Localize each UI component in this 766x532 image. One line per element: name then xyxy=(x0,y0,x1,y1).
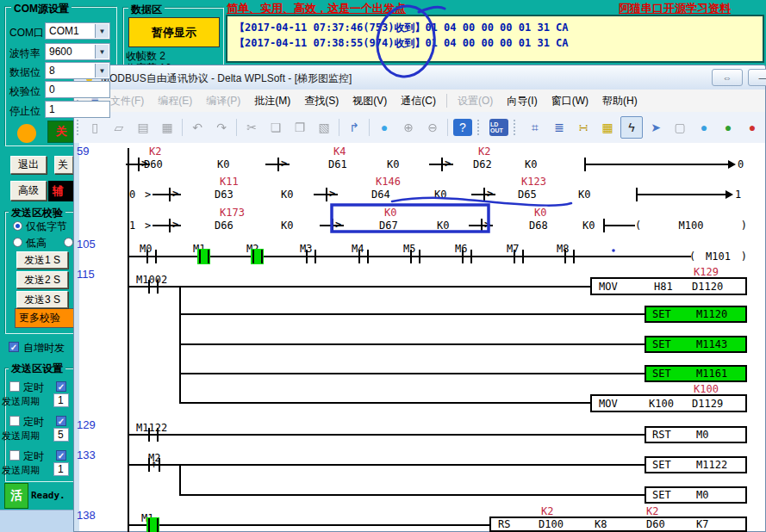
com-field-value[interactable]: 0 xyxy=(45,81,110,98)
com-field-value[interactable]: 1 xyxy=(45,101,110,118)
ladder-view-icon[interactable]: ⌗ xyxy=(524,116,546,139)
save-icon[interactable]: ▤ xyxy=(132,116,154,139)
timer-label: 定时 xyxy=(23,449,44,464)
menu-S[interactable]: 查找(S) xyxy=(297,91,346,111)
data-area-title: 数据区 xyxy=(128,3,165,17)
period-value-input[interactable]: 1 xyxy=(53,462,69,476)
period-value-input[interactable]: 1 xyxy=(53,393,69,407)
send-button-2[interactable]: 发送2 S xyxy=(16,271,68,288)
monitor-window-icon[interactable]: ▢ xyxy=(669,116,691,139)
menu-O[interactable]: 设置(O) xyxy=(451,91,500,111)
auto-inc-label: 自增时发 xyxy=(23,341,65,356)
send-button-1[interactable]: 发送1 S xyxy=(16,251,68,269)
toolbar-drag-handle[interactable] xyxy=(77,120,78,135)
device-monitor-icon-glyph: ● xyxy=(701,121,707,134)
delete-icon[interactable]: ▧ xyxy=(313,116,335,139)
com-field-value[interactable]: COM1▼ xyxy=(45,22,110,40)
paste-icon-glyph: ❐ xyxy=(295,121,306,134)
comment-table-icon[interactable]: ▦ xyxy=(596,116,619,139)
radio-low-high-label: 低高 xyxy=(26,236,47,251)
menu-W[interactable]: 窗口(W) xyxy=(545,91,595,111)
combo-arrow-icon[interactable]: ▼ xyxy=(95,24,109,38)
menu-F[interactable]: 文件(F) xyxy=(103,91,151,111)
title-bar[interactable]: MODBUS自由通讯协议 - Delta WPLSoft - [梯形图监控] ⇔… xyxy=(74,65,765,90)
send-button-3[interactable]: 发送3 S xyxy=(16,291,68,308)
menu-V[interactable]: 视图(V) xyxy=(346,91,394,111)
com-field-label: 停止位 xyxy=(9,104,40,119)
network-icon[interactable]: ● xyxy=(717,116,739,139)
menu-M[interactable]: 批注(M) xyxy=(247,91,297,111)
toolbar-drag-handle[interactable] xyxy=(514,120,519,135)
monitor-toggle-icon[interactable]: ϟ xyxy=(620,116,643,139)
menu-E[interactable]: 编程(E) xyxy=(151,91,199,111)
ld-out-icon-glyph: LD OUT xyxy=(490,121,508,133)
radio-low-high[interactable] xyxy=(13,238,22,247)
radio-third-partial[interactable] xyxy=(64,238,73,247)
delete-icon-glyph: ▧ xyxy=(318,121,329,134)
wplsoft-window: MODBUS自由通讯协议 - Delta WPLSoft - [梯形图监控] ⇔… xyxy=(73,65,766,532)
active-button[interactable]: 活 xyxy=(4,483,28,509)
menu-P[interactable]: 编译(P) xyxy=(199,91,247,111)
ink-circle-tail xyxy=(419,7,445,12)
more-checksum-button[interactable]: 更多校验 xyxy=(15,308,77,328)
timer-checkbox[interactable] xyxy=(9,381,20,392)
instruction-view-icon[interactable]: ≣ xyxy=(548,116,570,139)
com-close-button[interactable]: 关 xyxy=(47,121,75,143)
resize-window-button[interactable]: ⇔ xyxy=(712,69,743,86)
period-value-input[interactable]: 5 xyxy=(53,428,69,442)
open-icon-glyph: ▱ xyxy=(115,121,124,134)
device-monitor-icon[interactable]: ● xyxy=(693,116,715,139)
toolbar-separator xyxy=(339,119,339,136)
log-line: 【2017-04-11 07:38:55(974)收到】01 04 00 00 … xyxy=(234,36,569,51)
close-button-2[interactable]: 关 xyxy=(54,156,73,174)
advanced-button[interactable]: 高级 xyxy=(10,181,47,201)
com-field-value[interactable]: 8▼ xyxy=(45,62,110,79)
combo-arrow-icon[interactable]: ▼ xyxy=(95,45,109,59)
save-all-icon[interactable]: ▦ xyxy=(156,116,178,139)
timer-checkbox[interactable] xyxy=(9,416,20,426)
redo-icon[interactable]: ↷ xyxy=(210,116,233,139)
sfc-view-icon[interactable]: ∺ xyxy=(572,116,595,139)
edit-pointer-icon[interactable]: ➤ xyxy=(645,116,667,139)
ladder-canvas[interactable] xyxy=(74,143,765,531)
help-icon[interactable]: ? xyxy=(453,119,472,136)
com-field-label: 数据位 xyxy=(9,65,40,80)
period-label: 发送周期 xyxy=(2,464,40,477)
menu-bar-items: 文件(F)编程(E)编译(P)批注(M)查找(S)视图(V)通信(C)设置(O)… xyxy=(103,91,645,111)
ld-out-icon[interactable]: LD OUT xyxy=(489,119,508,136)
timer-checkbox[interactable] xyxy=(9,450,20,461)
combo-arrow-icon[interactable]: ▼ xyxy=(95,64,109,77)
copy-icon[interactable]: ❏ xyxy=(265,116,287,139)
zoom-in-icon[interactable]: ⊕ xyxy=(397,116,420,139)
auto-inc-checkbox[interactable]: ✓ xyxy=(9,342,19,352)
new-icon[interactable]: ▯ xyxy=(84,116,106,139)
timer-checkbox-2[interactable]: ✓ xyxy=(56,416,66,426)
com-field-value[interactable]: 9600▼ xyxy=(45,43,110,60)
window-title: MODBUS自由通讯协议 - Delta WPLSoft - [梯形图监控] xyxy=(101,71,352,86)
timer-checkbox-2[interactable]: ✓ xyxy=(56,381,66,392)
paste-icon[interactable]: ❐ xyxy=(289,116,311,139)
save-all-icon-glyph: ▦ xyxy=(161,121,172,134)
copy-icon-glyph: ❏ xyxy=(271,121,282,134)
undo-icon[interactable]: ↶ xyxy=(186,116,209,139)
menu-C[interactable]: 通信(C) xyxy=(394,91,443,111)
ladder-view-icon-glyph: ⌗ xyxy=(532,121,539,135)
receive-log[interactable]: 【2017-04-11 07:37:46(753)收到】01 04 00 00 … xyxy=(226,15,764,63)
menu-H[interactable]: 帮助(H) xyxy=(595,91,645,111)
open-icon[interactable]: ▱ xyxy=(108,116,130,139)
zoom-out-icon[interactable]: ⊖ xyxy=(421,116,444,139)
stop-icon[interactable]: ● xyxy=(741,116,763,139)
minimize-window-button[interactable]: — xyxy=(748,69,766,86)
trace-icon-glyph: ↱ xyxy=(349,121,359,134)
toolbar-drag-handle[interactable] xyxy=(477,120,483,135)
pause-display-button[interactable]: 暂停显示 xyxy=(128,17,220,47)
radio-low-byte[interactable] xyxy=(13,221,22,231)
zoom-window-icon[interactable]: ● xyxy=(373,116,395,139)
exit-button[interactable]: 退出 xyxy=(10,156,47,174)
edit-pointer-icon-glyph: ➤ xyxy=(651,121,661,134)
cut-icon[interactable]: ✂ xyxy=(240,116,263,139)
menu-I[interactable]: 向导(I) xyxy=(500,91,544,111)
redo-icon-glyph: ↷ xyxy=(216,121,227,134)
timer-checkbox-2[interactable]: ✓ xyxy=(56,450,66,461)
trace-icon[interactable]: ↱ xyxy=(343,116,365,139)
